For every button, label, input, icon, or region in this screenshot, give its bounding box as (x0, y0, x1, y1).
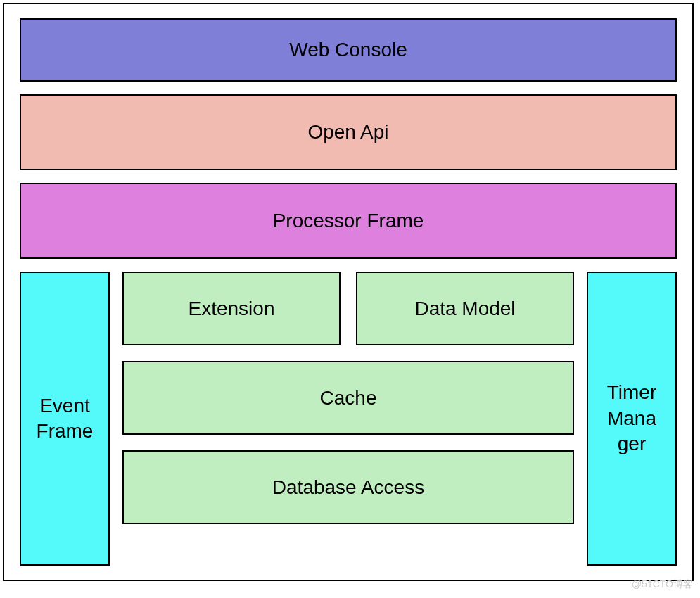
lower-section: Event Frame Extension Data Model Cache D… (20, 272, 677, 566)
extension-data-model-row: Extension Data Model (122, 272, 574, 345)
watermark: @51CTO博客 (632, 578, 693, 591)
event-frame-box: Event Frame (20, 272, 110, 566)
architecture-diagram: Web Console Open Api Processor Frame Eve… (3, 3, 694, 581)
cache-box: Cache (122, 361, 574, 435)
event-frame-label: Event Frame (27, 393, 103, 445)
open-api-layer: Open Api (20, 94, 677, 170)
extension-label: Extension (189, 298, 275, 320)
database-access-label: Database Access (272, 476, 424, 499)
watermark-text: @51CTO博客 (632, 578, 693, 590)
timer-manager-label: Timer Mana ger (594, 380, 670, 457)
database-access-box: Database Access (122, 450, 574, 524)
processor-frame-label: Processor Frame (273, 210, 424, 232)
open-api-label: Open Api (307, 121, 388, 144)
web-console-layer: Web Console (20, 18, 677, 82)
middle-column: Extension Data Model Cache Database Acce… (122, 272, 574, 566)
data-model-label: Data Model (414, 298, 515, 320)
extension-box: Extension (122, 272, 341, 345)
timer-manager-box: Timer Mana ger (587, 272, 677, 566)
processor-frame-layer: Processor Frame (20, 183, 677, 259)
data-model-box: Data Model (356, 272, 574, 345)
cache-label: Cache (320, 387, 377, 409)
web-console-label: Web Console (289, 39, 407, 61)
